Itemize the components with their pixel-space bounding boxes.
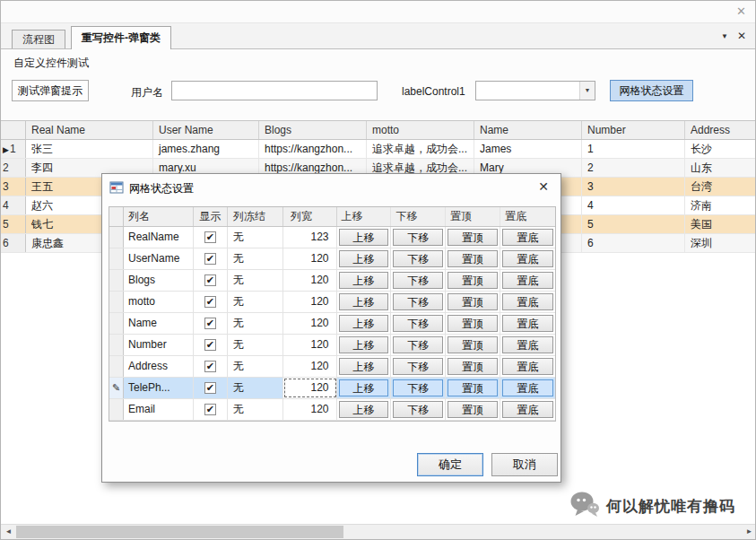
column-header[interactable]: motto bbox=[367, 121, 474, 139]
move-top-button[interactable]: 置顶 bbox=[448, 401, 498, 418]
scroll-right-icon[interactable]: ► bbox=[742, 525, 756, 539]
visible-cell[interactable]: ✔ bbox=[194, 270, 228, 291]
width-cell[interactable]: 120 bbox=[283, 248, 337, 269]
move-bottom-button[interactable]: 置底 bbox=[502, 401, 553, 418]
freeze-cell[interactable]: 无 bbox=[228, 378, 283, 398]
freeze-cell[interactable]: 无 bbox=[228, 399, 283, 420]
column-header[interactable]: Number bbox=[582, 121, 685, 139]
column-header[interactable]: 列宽 bbox=[283, 207, 337, 226]
move-top-button[interactable]: 置顶 bbox=[448, 229, 498, 246]
freeze-cell[interactable]: 无 bbox=[228, 292, 283, 312]
move-top-button[interactable]: 置顶 bbox=[448, 293, 498, 310]
freeze-cell[interactable]: 无 bbox=[228, 270, 283, 291]
move-down-button[interactable]: 下移 bbox=[393, 336, 443, 353]
column-header[interactable]: 列名 bbox=[124, 207, 194, 226]
move-up-button[interactable]: 上移 bbox=[339, 293, 389, 310]
column-header[interactable]: User Name bbox=[153, 121, 259, 139]
move-bottom-button[interactable]: 置底 bbox=[502, 358, 553, 375]
column-header[interactable]: 置顶 bbox=[446, 207, 500, 226]
checkbox-checked-icon[interactable]: ✔ bbox=[204, 382, 216, 394]
checkbox-checked-icon[interactable]: ✔ bbox=[204, 231, 216, 243]
cancel-button[interactable]: 取消 bbox=[491, 453, 558, 476]
freeze-cell[interactable]: 无 bbox=[228, 335, 283, 355]
move-top-button[interactable]: 置顶 bbox=[448, 336, 498, 353]
freeze-cell[interactable]: 无 bbox=[228, 248, 283, 269]
move-down-button[interactable]: 下移 bbox=[393, 379, 443, 396]
checkbox-checked-icon[interactable]: ✔ bbox=[204, 404, 216, 415]
move-top-button[interactable]: 置顶 bbox=[448, 379, 498, 396]
scrollbar-thumb[interactable] bbox=[16, 526, 343, 538]
move-up-button[interactable]: 上移 bbox=[339, 229, 389, 246]
freeze-cell[interactable]: 无 bbox=[228, 227, 283, 248]
width-cell[interactable]: 120 bbox=[283, 356, 337, 377]
move-down-button[interactable]: 下移 bbox=[393, 229, 443, 246]
combo-box[interactable]: ▼ bbox=[475, 81, 595, 100]
column-header[interactable]: 下移 bbox=[391, 207, 446, 226]
width-cell[interactable]: 120 bbox=[283, 313, 337, 334]
visible-cell[interactable]: ✔ bbox=[194, 335, 228, 355]
checkbox-checked-icon[interactable]: ✔ bbox=[204, 253, 216, 265]
move-bottom-button[interactable]: 置底 bbox=[502, 336, 553, 353]
combo-dropdown-icon[interactable]: ▼ bbox=[579, 82, 595, 100]
column-header[interactable]: Blogs bbox=[259, 121, 367, 139]
visible-cell[interactable]: ✔ bbox=[194, 248, 228, 269]
move-bottom-button[interactable]: 置底 bbox=[502, 272, 553, 289]
tab-list-dropdown-icon[interactable]: ▼ bbox=[721, 32, 728, 40]
tab-rewrite-controls[interactable]: 重写控件-弹窗类 bbox=[71, 26, 171, 49]
move-down-button[interactable]: 下移 bbox=[393, 272, 443, 289]
checkbox-checked-icon[interactable]: ✔ bbox=[204, 318, 216, 329]
visible-cell[interactable]: ✔ bbox=[194, 378, 228, 398]
horizontal-scrollbar[interactable]: ◄ ► bbox=[1, 524, 756, 539]
width-cell[interactable]: 120 bbox=[283, 399, 337, 420]
column-header[interactable]: Real Name bbox=[26, 121, 153, 139]
visible-cell[interactable]: ✔ bbox=[194, 292, 228, 312]
move-top-button[interactable]: 置顶 bbox=[448, 250, 498, 267]
move-bottom-button[interactable]: 置底 bbox=[502, 293, 553, 310]
visible-cell[interactable]: ✔ bbox=[194, 227, 228, 248]
move-up-button[interactable]: 上移 bbox=[339, 272, 389, 289]
column-header[interactable]: 列冻结 bbox=[228, 207, 283, 226]
checkbox-checked-icon[interactable]: ✔ bbox=[204, 296, 216, 308]
move-down-button[interactable]: 下移 bbox=[393, 315, 443, 332]
move-up-button[interactable]: 上移 bbox=[339, 315, 389, 332]
move-bottom-button[interactable]: 置底 bbox=[502, 379, 553, 396]
width-cell[interactable]: 123 bbox=[283, 227, 337, 248]
visible-cell[interactable]: ✔ bbox=[194, 313, 228, 334]
dialog-close-icon[interactable]: ✕ bbox=[538, 179, 549, 194]
freeze-cell[interactable]: 无 bbox=[228, 313, 283, 334]
visible-cell[interactable]: ✔ bbox=[194, 356, 228, 377]
move-up-button[interactable]: 上移 bbox=[339, 401, 389, 418]
tab-flowchart[interactable]: 流程图 bbox=[12, 30, 65, 48]
username-input[interactable] bbox=[171, 81, 378, 100]
tab-close-icon[interactable]: ✕ bbox=[737, 30, 746, 42]
grid-settings-button[interactable]: 网格状态设置 bbox=[610, 80, 693, 101]
move-bottom-button[interactable]: 置底 bbox=[502, 250, 553, 267]
column-header[interactable]: Address bbox=[685, 121, 756, 139]
width-cell[interactable]: 120 bbox=[283, 292, 337, 312]
move-down-button[interactable]: 下移 bbox=[393, 293, 443, 310]
column-header[interactable]: Name bbox=[474, 121, 582, 139]
move-up-button[interactable]: 上移 bbox=[339, 379, 389, 396]
ok-button[interactable]: 确定 bbox=[417, 453, 483, 476]
move-down-button[interactable]: 下移 bbox=[393, 358, 443, 375]
window-close-icon[interactable]: ✕ bbox=[736, 4, 746, 18]
checkbox-checked-icon[interactable]: ✔ bbox=[204, 339, 216, 351]
test-popup-button[interactable]: 测试弹窗提示 bbox=[12, 80, 89, 101]
move-down-button[interactable]: 下移 bbox=[393, 401, 443, 418]
visible-cell[interactable]: ✔ bbox=[194, 399, 228, 420]
table-row[interactable]: ▶1 张三 james.zhang https://kangzhon... 追求… bbox=[1, 140, 756, 159]
column-header[interactable]: 显示 bbox=[194, 207, 228, 226]
move-top-button[interactable]: 置顶 bbox=[448, 358, 498, 375]
column-header[interactable]: 上移 bbox=[337, 207, 392, 226]
scroll-left-icon[interactable]: ◄ bbox=[1, 525, 16, 539]
move-bottom-button[interactable]: 置底 bbox=[502, 315, 553, 332]
checkbox-checked-icon[interactable]: ✔ bbox=[204, 361, 216, 372]
move-top-button[interactable]: 置顶 bbox=[448, 272, 498, 289]
move-down-button[interactable]: 下移 bbox=[393, 250, 443, 267]
freeze-cell[interactable]: 无 bbox=[228, 356, 283, 377]
width-cell[interactable]: 120 bbox=[283, 270, 337, 291]
width-cell-editor[interactable]: 120 bbox=[283, 378, 337, 398]
move-top-button[interactable]: 置顶 bbox=[448, 315, 498, 332]
move-up-button[interactable]: 上移 bbox=[339, 336, 389, 353]
checkbox-checked-icon[interactable]: ✔ bbox=[204, 274, 216, 286]
